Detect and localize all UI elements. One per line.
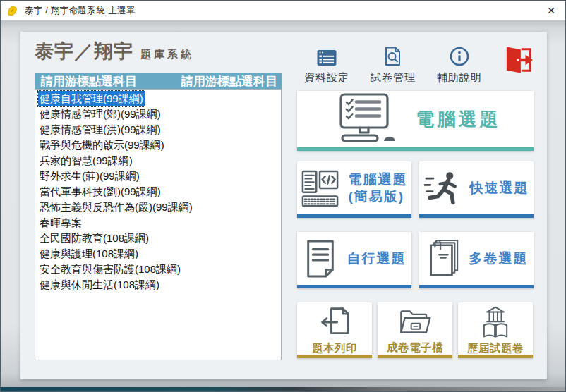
list-item[interactable]: 健康與休閒生活(108課綱) — [35, 277, 281, 293]
quick-pick-label: 快速選題 — [470, 180, 529, 197]
list-item[interactable]: 健康情感管理(鄭)(99課綱) — [35, 106, 281, 122]
exam-file-label: 成卷電子檔 — [387, 341, 443, 355]
subject-list-header-right: 請用游標點選科目 — [181, 73, 277, 90]
brand-title: 泰宇／翔宇 — [35, 41, 133, 62]
quick-pick-button[interactable]: 快速選題 — [419, 161, 534, 218]
print-booklet-label: 題本列印 — [312, 341, 357, 356]
computer-pick-easy-button[interactable]: 電腦選題(簡易版) — [297, 161, 411, 218]
doc-code-keyboard-icon — [301, 169, 339, 207]
document-lines-icon — [303, 239, 338, 278]
list-item[interactable]: 戰爭與危機的啟示(99課綱) — [35, 137, 281, 153]
list-item[interactable]: 恐怖主義與反恐作為(嚴)(99課綱) — [35, 200, 281, 215]
close-button[interactable]: ✕ — [537, 1, 565, 20]
bank-book-icon — [479, 306, 512, 338]
computer-pick-easy-label: 電腦選題(簡易版) — [349, 171, 408, 205]
top-toolbar: 資料設定 試卷管理 — [304, 44, 534, 88]
app-icon — [6, 4, 19, 17]
past-papers-button[interactable]: 歷屆試題卷 — [458, 302, 533, 358]
brand-subtitle: 題庫系統 — [140, 48, 194, 60]
page-export-icon — [318, 306, 351, 338]
subject-list-header: 請用游標點選科目 請用游標點選科目 — [35, 73, 282, 89]
help-label: 輔助說明 — [437, 71, 482, 85]
exam-management-label: 試卷管理 — [371, 71, 416, 85]
runner-icon — [424, 170, 461, 207]
exit-button[interactable] — [503, 46, 534, 74]
self-pick-button[interactable]: 自行選題 — [297, 232, 411, 288]
list-item[interactable]: 全民國防教育(108課綱) — [35, 231, 281, 246]
client-area: 泰宇／翔宇題庫系統 請用游標點選科目 請用游標點選科目 健康自我管理(99課綱)… — [1, 20, 565, 391]
stacked-pages-icon — [425, 239, 460, 278]
data-settings-button[interactable]: 資料設定 — [304, 44, 349, 85]
exam-management-button[interactable]: 試卷管理 — [371, 44, 416, 85]
help-button[interactable]: 輔助說明 — [437, 44, 482, 85]
data-settings-icon — [304, 44, 349, 67]
subject-list-header-left: 請用游標點選科目 — [41, 73, 137, 90]
list-item[interactable]: 健康與護理(108課綱) — [35, 246, 281, 262]
list-item[interactable]: 當代軍事科技(劉)(99課綱) — [35, 184, 281, 200]
list-item[interactable]: 兵家的智慧(99課綱) — [35, 153, 281, 169]
subject-list[interactable]: 健康自我管理(99課綱)健康情感管理(鄭)(99課綱)健康情感管理(洪)(99課… — [35, 89, 282, 360]
list-item[interactable]: 健康自我管理(99課綱) — [35, 91, 281, 106]
main-panel: 泰宇／翔宇題庫系統 請用游標點選科目 請用游標點選科目 健康自我管理(99課綱)… — [20, 32, 547, 379]
list-item[interactable]: 健康情感管理(洪)(99課綱) — [35, 122, 281, 137]
exam-management-icon — [371, 44, 416, 67]
title-bar: 泰宇 / 翔宇命題系統-主選單 ✕ — [1, 1, 565, 20]
multi-paper-pick-label: 多卷選題 — [469, 250, 529, 267]
data-settings-label: 資料設定 — [304, 71, 349, 85]
list-item[interactable]: 春暉專案 — [35, 215, 281, 231]
list-item[interactable]: 野外求生(莊)(99課綱) — [35, 169, 281, 184]
computer-pick-button[interactable]: 電腦選題 — [297, 91, 534, 151]
computer-checklist-icon — [330, 93, 398, 145]
print-booklet-button[interactable]: 題本列印 — [297, 302, 372, 358]
window-bottom-edge — [1, 387, 565, 391]
exam-file-button[interactable]: 成卷電子檔 — [378, 302, 452, 358]
app-window: 泰宇 / 翔宇命題系統-主選單 ✕ 泰宇／翔宇題庫系統 請用游標點選科目 請用游… — [0, 0, 566, 392]
open-folder-icon — [397, 307, 433, 338]
multi-paper-pick-button[interactable]: 多卷選題 — [419, 232, 534, 288]
self-pick-label: 自行選題 — [347, 250, 407, 267]
list-item[interactable]: 安全教育與傷害防護(108課綱) — [35, 262, 281, 277]
window-title: 泰宇 / 翔宇命題系統-主選單 — [25, 5, 136, 17]
past-papers-label: 歷屆試題卷 — [467, 341, 524, 356]
brand-block: 泰宇／翔宇題庫系統 — [35, 39, 194, 64]
help-info-icon — [437, 44, 482, 67]
computer-pick-label: 電腦選題 — [416, 107, 501, 132]
exit-door-icon — [503, 46, 534, 74]
